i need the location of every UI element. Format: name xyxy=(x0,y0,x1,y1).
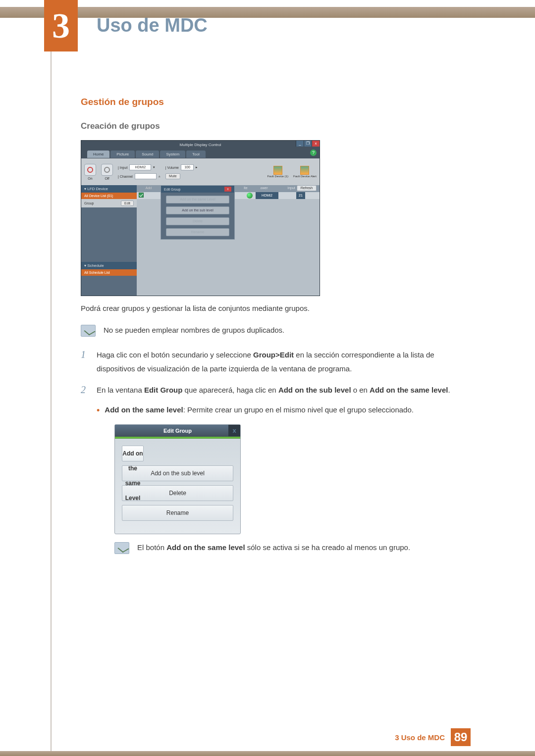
step-2-body: En la ventana Edit Group que aparecerá, … xyxy=(97,383,472,554)
paragraph-after-screenshot: Podrá crear grupos y gestionar la lista … xyxy=(81,302,472,315)
group-edit-button[interactable]: Edit xyxy=(121,201,134,206)
subsection-heading: Creación de grupos xyxy=(81,121,472,131)
tab-home[interactable]: Home xyxy=(87,151,109,158)
power-on-label: On xyxy=(84,177,96,180)
footer-bar xyxy=(0,751,535,756)
step-1-body: Haga clic con el botón secundario y sele… xyxy=(97,348,472,376)
sub-bullet-1: • Add on the same level: Permite crear u… xyxy=(97,403,472,418)
tab-tool[interactable]: Tool xyxy=(186,151,206,158)
note-icon xyxy=(114,542,129,554)
chevron-down-icon: ▾ xyxy=(153,165,155,169)
power-status-icon xyxy=(247,193,253,199)
dialog-body: Add on the same Level Add on the sub lev… xyxy=(115,439,240,534)
input-label: | Input xyxy=(118,166,127,169)
edit-group-title-bar: Edit Group x xyxy=(161,186,234,193)
sidebar-all-device-list[interactable]: All Device List (01) xyxy=(81,193,137,199)
dialog-add-same-level[interactable]: Add on the same Level xyxy=(122,446,144,461)
row-num: 21 xyxy=(296,192,305,199)
fault-device-alert[interactable]: Fault Device Alert xyxy=(293,166,317,178)
power-off-label: Off xyxy=(101,177,113,180)
popup-add-same-level[interactable]: Add on the same Level xyxy=(166,196,229,203)
dialog-rename[interactable]: Rename xyxy=(122,505,233,521)
sidebar-group-row: Group Edit xyxy=(81,199,137,207)
row-input-value: HDMI2 xyxy=(256,192,278,199)
help-button[interactable]: ? xyxy=(310,150,317,156)
power-on-button[interactable] xyxy=(84,164,96,176)
section-heading: Gestión de grupos xyxy=(81,97,472,107)
note-1: No se pueden emplear nombres de grupos d… xyxy=(81,324,472,337)
page: 3 Uso de MDC Gestión de grupos Creación … xyxy=(0,0,535,756)
col-power: ower xyxy=(252,185,276,192)
mdc-screenshot: Multiple Display Control _ ❐ x ? Home Pi… xyxy=(81,140,320,296)
chapter-number: 3 xyxy=(52,5,70,47)
power-icon xyxy=(87,167,93,173)
add-button[interactable]: Add xyxy=(137,185,160,192)
volume-value[interactable]: 100 xyxy=(181,164,194,170)
col-lte: lte xyxy=(240,185,252,192)
step-2: 2 En la ventana Edit Group que aparecerá… xyxy=(81,383,472,554)
refresh-button[interactable]: Refresh xyxy=(297,185,317,191)
step-list: 1 Haga clic con el botón secundario y se… xyxy=(81,348,472,554)
bullet-icon: • xyxy=(97,403,100,418)
power-off-icon xyxy=(104,167,110,173)
popup-rename[interactable]: Rename xyxy=(166,228,229,236)
chevron-right-icon: ▸ xyxy=(196,165,198,169)
sidebar: ▾ LFD Device All Device List (01) Group … xyxy=(81,185,137,296)
window-controls: _ ❐ x xyxy=(296,141,320,147)
volume-label: | Volume xyxy=(165,166,179,169)
edit-group-dialog: Edit Group x Add on the same Level Add o… xyxy=(114,424,241,534)
left-rule xyxy=(51,0,52,756)
dialog-close-button[interactable]: x xyxy=(228,425,240,437)
note-1-text: No se pueden emplear nombres de grupos d… xyxy=(104,324,284,337)
chapter-badge: 3 xyxy=(44,0,78,51)
sidebar-schedule[interactable]: ▾ Schedule xyxy=(81,262,137,269)
input-select[interactable]: HDMI2 xyxy=(129,164,151,170)
power-off-button[interactable] xyxy=(101,164,113,176)
fault-device-log[interactable]: Fault Device (1) xyxy=(268,166,288,178)
sidebar-group-label: Group xyxy=(84,202,94,205)
tab-picture[interactable]: Picture xyxy=(110,151,135,158)
sub-bullet-list: • Add on the same level: Permite crear u… xyxy=(97,403,472,418)
warning-icon xyxy=(273,166,282,175)
popup-add-sub-level[interactable]: Add on the sub level xyxy=(166,206,229,214)
step-1-number: 1 xyxy=(81,348,90,376)
fault-log-label: Fault Device (1) xyxy=(268,175,288,178)
main-area: Add lte ower Input Refresh HDMI2 21 Edi xyxy=(137,185,320,296)
tab-system[interactable]: System xyxy=(160,151,185,158)
note-2-text: El botón Add on the same level sólo se a… xyxy=(137,541,410,554)
row-checkbox[interactable] xyxy=(139,193,144,198)
dialog-title-bar: Edit Group x xyxy=(115,425,240,437)
maximize-button[interactable]: ❐ xyxy=(304,141,312,147)
note-2: El botón Add on the same level sólo se a… xyxy=(114,541,472,554)
edit-group-close[interactable]: x xyxy=(224,187,231,192)
alert-icon xyxy=(300,166,309,175)
mdc-window-title: Multiple Display Control xyxy=(81,143,320,147)
minimize-button[interactable]: _ xyxy=(296,141,304,147)
footer-text: 3 Uso de MDC xyxy=(395,733,445,742)
footer: 3 Uso de MDC 89 xyxy=(395,728,471,746)
sidebar-all-schedule-list[interactable]: All Schedule List xyxy=(81,269,137,276)
content: Gestión de grupos Creación de grupos Mul… xyxy=(81,97,472,561)
close-button[interactable]: x xyxy=(312,141,320,147)
toolbar: On Off | Input HDMI2 ▾ | Channel ▵ xyxy=(81,158,320,185)
sidebar-lfd-device[interactable]: ▾ LFD Device xyxy=(81,185,137,193)
mute-button[interactable]: Mute xyxy=(165,173,180,179)
step-2-number: 2 xyxy=(81,383,90,554)
dialog-title: Edit Group xyxy=(163,428,192,434)
page-number: 89 xyxy=(451,728,471,746)
edit-group-popup: Edit Group x Add on the same Level Add o… xyxy=(160,185,235,240)
tabs: Home Picture Sound System Tool xyxy=(87,151,206,158)
channel-label: | Channel xyxy=(118,175,133,178)
tab-sound[interactable]: Sound xyxy=(136,151,159,158)
channel-select[interactable] xyxy=(135,173,157,179)
popup-delete[interactable]: Delete xyxy=(166,217,229,225)
edit-group-title: Edit Group xyxy=(164,188,180,191)
top-bar xyxy=(0,7,535,18)
note-icon xyxy=(81,325,96,337)
fault-alert-label: Fault Device Alert xyxy=(293,175,317,178)
chapter-title: Uso de MDC xyxy=(97,15,208,36)
step-1: 1 Haga clic con el botón secundario y se… xyxy=(81,348,472,376)
stepper-icon: ▵ xyxy=(159,174,160,178)
